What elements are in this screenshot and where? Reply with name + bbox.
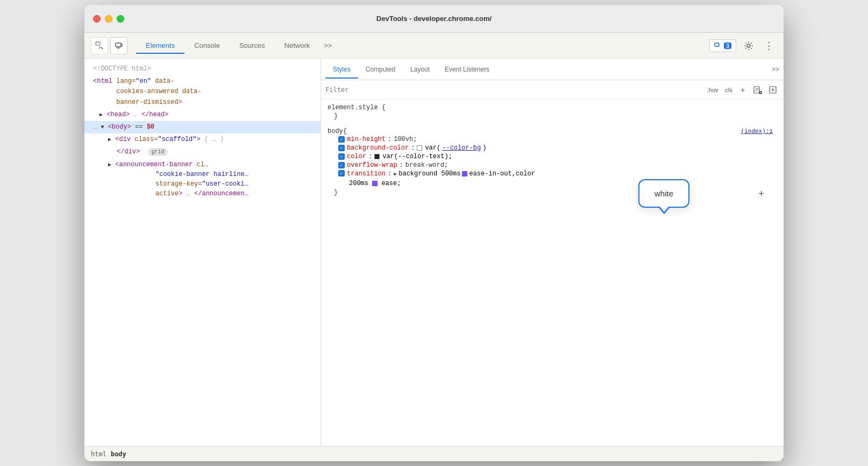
notifications-button[interactable]: 3 — [709, 39, 736, 52]
body-close: } + — [328, 188, 777, 197]
minimize-button[interactable] — [105, 15, 112, 23]
svg-rect-3 — [121, 44, 122, 47]
dom-div-scaffold[interactable]: ▶ <div class="scaffold"> ( … ) — [84, 133, 321, 146]
dom-panel: <!DOCTYPE html> <html lang="en" data- co… — [84, 59, 321, 446]
prop-min-height: min-height : 100vh; — [328, 135, 777, 144]
tooltip-text: white — [654, 189, 673, 198]
tab-network[interactable]: Network — [275, 38, 320, 54]
checkbox-color[interactable] — [338, 153, 345, 160]
main-tab-bar: Elements Console Sources Network >> — [136, 38, 336, 53]
new-style-rule-button[interactable] — [751, 83, 764, 96]
filter-bar: :hov .cls + — [321, 80, 784, 100]
filter-buttons: :hov .cls + — [706, 83, 779, 96]
tab-computed[interactable]: Computed — [358, 61, 403, 79]
hov-button[interactable]: :hov — [706, 86, 720, 94]
devtools-window: DevTools - developer.chrome.com/ Element… — [84, 5, 784, 461]
notification-count: 3 — [724, 43, 731, 49]
filter-input[interactable] — [325, 86, 701, 94]
styles-tab-bar: Styles Computed Layout Event Listeners >… — [321, 59, 784, 80]
checkbox-bg-color[interactable] — [338, 145, 345, 151]
prop-background-color: background-color : var(--color-bg) — [328, 144, 777, 152]
more-style-tabs[interactable]: >> — [772, 66, 779, 73]
css-rules-area: element.style { } body { (index):1 — [321, 100, 784, 446]
tab-sources[interactable]: Sources — [230, 38, 275, 54]
dom-announcement-banner[interactable]: ▶ <announcement-banner cl… "cookie-banne… — [84, 159, 321, 200]
checkbox-transition[interactable] — [338, 170, 345, 176]
dom-body[interactable]: … ▼ <body> == $0 — [84, 121, 321, 133]
cls-button[interactable]: .cls — [722, 86, 735, 94]
tab-layout[interactable]: Layout — [403, 61, 437, 79]
bg-color-swatch[interactable] — [417, 145, 422, 151]
dom-head[interactable]: ▶ <head> … </head> — [84, 109, 321, 121]
tab-elements[interactable]: Elements — [136, 38, 184, 54]
color-swatch[interactable] — [374, 154, 380, 159]
tab-styles[interactable]: Styles — [325, 61, 358, 79]
breadcrumb-bar: html body — [84, 446, 784, 461]
body-source[interactable]: (index):1 — [741, 128, 777, 135]
close-button[interactable] — [93, 15, 101, 23]
dom-doctype: <!DOCTYPE html> — [84, 63, 321, 75]
settings-button[interactable] — [741, 38, 757, 54]
window-title: DevTools - developer.chrome.com/ — [376, 15, 492, 23]
dom-html[interactable]: <html lang="en" data- cookies-answered d… — [84, 75, 321, 109]
transition-checkbox-2[interactable] — [372, 181, 378, 186]
svg-rect-1 — [116, 43, 121, 47]
traffic-lights — [93, 15, 124, 23]
svg-point-5 — [747, 44, 750, 47]
dom-div-close[interactable]: </div> grid — [84, 146, 321, 158]
title-bar: DevTools - developer.chrome.com/ — [84, 5, 784, 33]
more-options-button[interactable]: ⋮ — [761, 38, 777, 54]
main-toolbar: Elements Console Sources Network >> 3 ⋮ — [84, 33, 784, 59]
color-bg-link[interactable]: --color-bg — [442, 144, 481, 152]
element-style-selector: element.style { — [328, 104, 777, 111]
prop-overflow-wrap: overflow-wrap : break-word; — [328, 161, 777, 170]
tab-console[interactable]: Console — [184, 38, 230, 54]
checkbox-min-height[interactable] — [338, 136, 345, 143]
body-selector: body — [328, 128, 343, 135]
svg-rect-0 — [96, 42, 100, 45]
color-tooltip: white — [638, 179, 689, 208]
toolbar-right: 3 ⋮ — [709, 38, 777, 54]
breadcrumb-html[interactable]: html — [91, 450, 106, 458]
more-tabs-button[interactable]: >> — [319, 38, 336, 53]
prop-transition: transition : ▶ background 500ms ease-in-… — [328, 170, 777, 188]
prop-color: color : var(--color-text); — [328, 152, 777, 161]
maximize-button[interactable] — [117, 15, 124, 23]
body-rule: body { (index):1 min-height : 100vh; — [321, 125, 784, 200]
add-property-button[interactable]: + — [758, 189, 771, 200]
svg-rect-6 — [754, 87, 759, 93]
inspect-element-button[interactable] — [91, 37, 108, 54]
breadcrumb-body[interactable]: body — [111, 450, 126, 458]
element-style-close: } — [328, 111, 777, 121]
device-toolbar-button[interactable] — [110, 37, 127, 54]
tab-event-listeners[interactable]: Event Listeners — [437, 61, 497, 79]
transition-checkbox-1[interactable] — [462, 171, 467, 176]
styles-panel: Styles Computed Layout Event Listeners >… — [321, 59, 784, 446]
checkbox-overflow-wrap[interactable] — [338, 162, 345, 168]
svg-rect-2 — [117, 47, 119, 48]
main-area: <!DOCTYPE html> <html lang="en" data- co… — [84, 59, 784, 446]
element-state-button[interactable] — [766, 83, 779, 96]
svg-rect-4 — [715, 43, 719, 46]
add-style-button[interactable]: + — [736, 83, 749, 96]
element-style-rule: element.style { } — [321, 102, 784, 123]
